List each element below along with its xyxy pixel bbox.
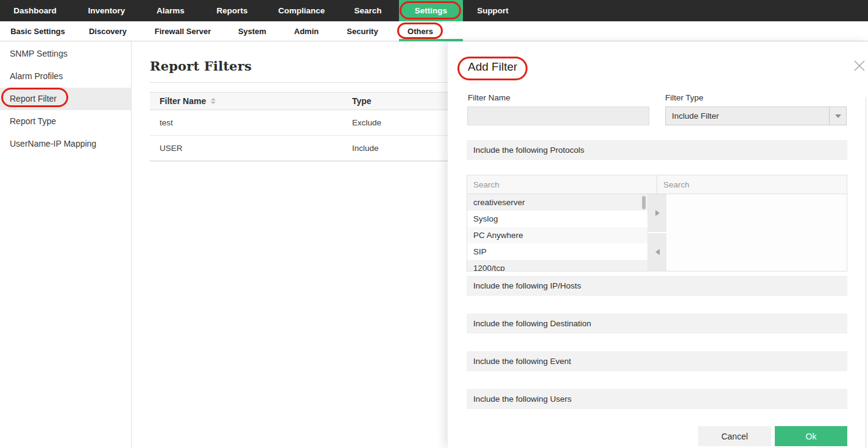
section-destination[interactable]: Include the following Destination xyxy=(467,313,847,334)
nav-compliance[interactable]: Compliance xyxy=(266,0,337,21)
page-title: Report Filters xyxy=(150,58,252,74)
top-nav: Dashboard Inventory Alarms Reports Compl… xyxy=(0,0,868,21)
transfer-button-column xyxy=(648,194,666,271)
list-item[interactable]: creativeserver xyxy=(467,194,647,211)
arrow-right-icon xyxy=(655,210,660,216)
tab-basic-settings[interactable]: Basic Settings xyxy=(0,21,76,41)
table-header-row: Filter Name Type xyxy=(150,92,467,110)
section-protocols[interactable]: Include the following Protocols xyxy=(467,140,847,160)
list-item[interactable]: 1200/tcp xyxy=(467,260,647,271)
close-icon[interactable] xyxy=(853,60,866,72)
dual-list-search-row xyxy=(467,175,847,194)
tab-others[interactable]: Others xyxy=(391,21,450,41)
divider xyxy=(150,82,467,83)
list-item[interactable]: SIP xyxy=(467,243,647,260)
available-search-cell xyxy=(467,175,657,194)
select-caret-button[interactable] xyxy=(829,107,846,125)
dual-list-body: creativeserver Syslog PC Anywhere SIP 12… xyxy=(467,194,847,271)
cancel-button[interactable]: Cancel xyxy=(698,426,771,446)
nav-search[interactable]: Search xyxy=(337,0,399,21)
filter-type-selected-value: Include Filter xyxy=(666,111,719,121)
filter-name-label: Filter Name xyxy=(468,93,510,102)
column-header-filter-name[interactable]: Filter Name xyxy=(150,96,352,106)
nav-inventory[interactable]: Inventory xyxy=(70,0,143,21)
add-filter-panel: Add Filter Filter Name Filter Type Inclu… xyxy=(448,41,868,448)
available-protocols-list: creativeserver Syslog PC Anywhere SIP 12… xyxy=(467,194,648,271)
app-root: Dashboard Inventory Alarms Reports Compl… xyxy=(0,0,868,448)
tab-system[interactable]: System xyxy=(225,21,279,41)
nav-reports[interactable]: Reports xyxy=(198,0,266,21)
filter-name-input[interactable] xyxy=(467,107,649,125)
selected-protocols-list xyxy=(666,194,847,271)
settings-sub-nav: Basic Settings Discovery Firewall Server… xyxy=(0,21,868,41)
selected-search-input[interactable] xyxy=(657,175,847,194)
list-item[interactable]: Syslog xyxy=(467,211,647,227)
ok-button[interactable]: Ok xyxy=(775,426,847,446)
sort-icon[interactable] xyxy=(211,98,216,104)
sidebar-item-report-filter[interactable]: Report Filter xyxy=(0,88,131,110)
section-ip-hosts[interactable]: Include the following IP/Hosts xyxy=(467,276,847,296)
sidebar-item-snmp-settings[interactable]: SNMP Settings xyxy=(0,43,131,65)
available-search-input[interactable] xyxy=(467,175,657,194)
cell-filter-name: USER xyxy=(150,144,352,153)
nav-dashboard[interactable]: Dashboard xyxy=(0,0,70,21)
table-row[interactable]: test Exclude xyxy=(150,110,467,136)
report-filters-table: Filter Name Type test Exclude USER Inclu… xyxy=(150,92,467,161)
table-row[interactable]: USER Include xyxy=(150,136,467,161)
panel-title: Add Filter xyxy=(468,60,517,74)
nav-support[interactable]: Support xyxy=(463,0,523,21)
chevron-down-icon xyxy=(835,114,841,118)
nav-alarms[interactable]: Alarms xyxy=(143,0,198,21)
sidebar-item-username-ip-mapping[interactable]: UserName-IP Mapping xyxy=(0,133,131,155)
settings-sidebar: SNMP Settings Alarm Profiles Report Filt… xyxy=(0,41,132,448)
nav-settings[interactable]: Settings xyxy=(399,0,463,21)
column-header-label: Filter Name xyxy=(160,96,206,106)
tab-security[interactable]: Security xyxy=(334,21,391,41)
section-event[interactable]: Include the following Event xyxy=(467,351,847,371)
protocols-dual-list: creativeserver Syslog PC Anywhere SIP 12… xyxy=(467,175,847,271)
list-scrollbar[interactable] xyxy=(642,196,646,209)
tab-discovery[interactable]: Discovery xyxy=(76,21,140,41)
filter-type-select[interactable]: Include Filter xyxy=(665,107,847,125)
sidebar-item-alarm-profiles[interactable]: Alarm Profiles xyxy=(0,65,131,88)
move-right-button[interactable] xyxy=(648,194,666,232)
arrow-left-icon xyxy=(655,249,660,255)
list-item[interactable]: PC Anywhere xyxy=(467,227,647,243)
tab-admin[interactable]: Admin xyxy=(279,21,334,41)
tab-firewall-server[interactable]: Firewall Server xyxy=(140,21,225,41)
move-left-button[interactable] xyxy=(648,233,666,271)
filter-type-label: Filter Type xyxy=(665,93,704,102)
panel-scrollbar-track[interactable] xyxy=(866,97,866,448)
section-users[interactable]: Include the following Users xyxy=(467,389,847,409)
selected-search-cell xyxy=(657,175,847,194)
sidebar-item-report-type[interactable]: Report Type xyxy=(0,110,131,133)
cell-filter-name: test xyxy=(150,118,352,127)
